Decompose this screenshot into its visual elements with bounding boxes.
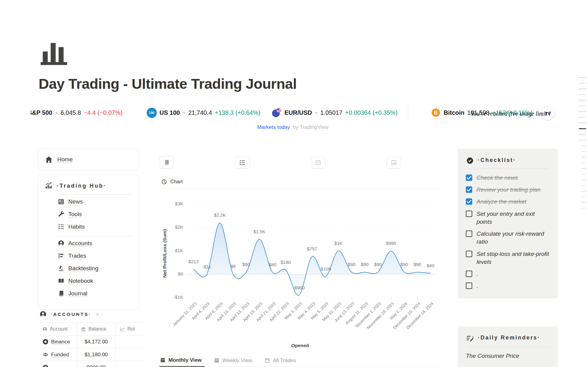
dot-separator-icon [315, 112, 317, 114]
balance-value: $1,180.00 [85, 352, 108, 358]
table-row: Binance$4,172.00 [38, 335, 145, 348]
ticker-change: +138.3 (+0.64%) [215, 109, 260, 116]
sidebar-item-journal[interactable]: Journal [45, 287, 133, 300]
sidebar-item-backtesting[interactable]: Backtesting [45, 262, 133, 275]
sidebar-home-card[interactable]: Home [38, 148, 139, 170]
data-label: $990 [373, 241, 409, 246]
checkbox-checked[interactable] [466, 198, 472, 205]
tab-all-trades[interactable]: All Trades [264, 354, 299, 367]
sidebar-item-notebook[interactable]: Notebook [45, 275, 133, 287]
data-label: $2.2K [202, 212, 238, 218]
col-header-roi[interactable]: Roi [116, 323, 145, 335]
data-label: $1K [320, 241, 357, 246]
checklist-item[interactable]: Analyze the market [466, 198, 550, 206]
accounts-section-header[interactable]: ·ACCOUNTS· [39, 310, 100, 318]
checklist-item[interactable]: Calculate your risk-reward ratio [466, 230, 550, 246]
checklist-item-label: Review your trading plan [477, 186, 541, 194]
col-header-label: Account [50, 326, 68, 332]
sidebar-item-news[interactable]: News [45, 195, 133, 208]
col-header-balance[interactable]: Balance [77, 323, 116, 335]
balance-cell: $900.00 [77, 361, 116, 367]
ticker-symbol: Bitcoin [444, 109, 465, 116]
daily-reminders-header: ·Daily Reminders· [466, 334, 550, 343]
checkbox-checked[interactable] [466, 186, 472, 193]
sidebar-item-label[interactable]: Accounts [68, 240, 92, 247]
checklist-item[interactable]: Set stop-loss and take-profit levels [466, 250, 550, 266]
checklist-icon [239, 159, 246, 166]
ticker-item-sp500[interactable]: S&P 5006,045.8−4.4 (−0.07%) [31, 109, 123, 116]
sidebar-item-label[interactable]: Tools [68, 211, 82, 218]
checkbox-checked[interactable] [466, 174, 472, 181]
binance-icon [42, 339, 49, 345]
chevron-down-icon[interactable] [95, 312, 100, 317]
page-outline-indicator[interactable] [578, 77, 586, 213]
sidebar-trading-hub-card: ·Trading Hub· NewsToolsHabits AccountsTr… [38, 175, 139, 310]
divider [56, 236, 133, 236]
checklist-item[interactable]: Review your trading plan [466, 186, 550, 194]
ticker-symbol: EUR/USD [285, 109, 312, 116]
account-name-cell[interactable] [38, 361, 77, 367]
col-header-label: Roi [127, 326, 135, 332]
checkbox-unchecked[interactable] [466, 283, 472, 289]
checklist-item[interactable]: . [466, 270, 550, 278]
toolbar-checklist-button[interactable] [235, 156, 250, 169]
checkbox-unchecked[interactable] [466, 251, 472, 257]
data-label: -$109 [307, 266, 344, 272]
balance-cell: $1,180.00 [77, 348, 116, 361]
checklist-item-label: Calculate your risk-reward ratio [477, 230, 550, 246]
tab-label: Monthly View [168, 357, 202, 363]
checkbox-unchecked[interactable] [466, 211, 472, 217]
sidebar-item-trades[interactable]: Trades [45, 249, 133, 262]
tab-monthly-view[interactable]: Monthly View [159, 354, 205, 367]
col-header-account[interactable]: Account [38, 323, 77, 335]
sidebar-item-label[interactable]: Habits [68, 223, 85, 230]
dot-separator-icon [56, 112, 57, 114]
sidebar-item-label[interactable]: Journal [68, 290, 87, 297]
chart-section-header[interactable]: Chart [159, 175, 441, 189]
sidebar-item-home[interactable]: Home [57, 156, 73, 163]
sidebar-item-tools[interactable]: Tools [45, 208, 133, 220]
sidebar-item-label[interactable]: News [68, 198, 83, 205]
account-link[interactable]: Funded [51, 352, 69, 358]
sidebar-item-label[interactable]: Trades [68, 253, 86, 259]
toolbar-compose-button[interactable] [311, 156, 325, 169]
outline-mark [579, 122, 586, 123]
ticker-change: +0.00364 (+0.35%) [345, 109, 398, 116]
ticker-change: −4.4 (−0.07%) [84, 109, 123, 116]
account-name-cell[interactable]: Funded [38, 348, 77, 361]
outline-mark [581, 151, 586, 152]
sidebar-item-habits[interactable]: Habits [45, 220, 133, 233]
tab-label: All Trades [273, 358, 296, 364]
tab-weekly-view[interactable]: Weekly View [213, 354, 255, 367]
toolbar-area-chart-button[interactable] [387, 156, 401, 169]
checkbox-unchecked[interactable] [466, 230, 472, 237]
checklist-item[interactable]: Set your entry and exit points [466, 210, 550, 226]
balance-value: $900.00 [87, 365, 105, 367]
accounts-section-title: ·ACCOUNTS· [51, 312, 91, 317]
y-tick-label: $0 [159, 271, 183, 276]
table-row: Funded$1,180.00 [38, 348, 145, 361]
y-tick-label: -$1K [159, 294, 183, 300]
sidebar-item-label[interactable]: Notebook [68, 278, 93, 284]
sidebar-item-label[interactable]: Backtesting [68, 265, 98, 272]
divider [469, 347, 550, 347]
table-row: $900.00 [38, 361, 145, 367]
ticker-item-eurusd[interactable]: EUR/USD1.05017+0.00364 (+0.35%) [271, 107, 398, 118]
checklist-item[interactable]: . [466, 282, 550, 290]
outline-mark [581, 179, 586, 180]
outline-mark [579, 94, 586, 95]
checklist-item[interactable]: Check the news [466, 174, 550, 182]
account-name-cell[interactable]: Binance [38, 335, 77, 348]
toolbar-journal-button[interactable] [159, 156, 174, 169]
account-link[interactable]: Binance [51, 339, 70, 345]
markets-today-link[interactable]: Markets today [257, 124, 290, 130]
x-axis-title: Opened [159, 343, 441, 348]
roi-cell [116, 348, 145, 361]
y-axis-title: Net Profit/Loss (Sum) [162, 208, 168, 299]
daily-reminders-body: The Consumer Price [466, 352, 550, 360]
trading-hub-group-2: AccountsTradesBacktestingNotebookJournal [45, 237, 133, 300]
checkbox-unchecked[interactable] [466, 271, 472, 277]
sidebar-item-accounts[interactable]: Accounts [45, 237, 133, 249]
ticker-item-us100[interactable]: 100US 10021,740.4+138.3 (+0.64%) [147, 108, 261, 118]
outline-mark [579, 106, 586, 107]
